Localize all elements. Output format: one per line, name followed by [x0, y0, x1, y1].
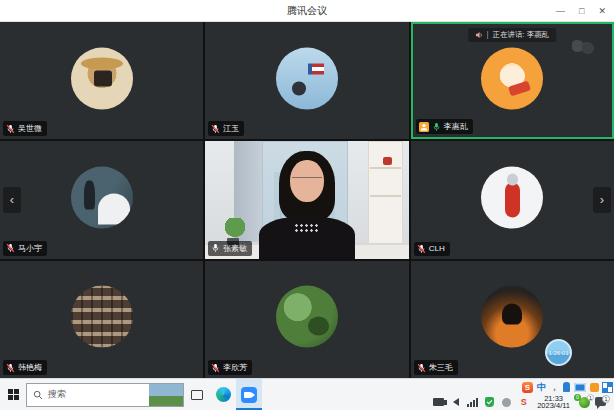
- pill-divider: [487, 31, 488, 39]
- security-shield-tray-icon[interactable]: [483, 397, 496, 408]
- participant-name: 张素敏: [223, 243, 247, 254]
- ime-menu-icon[interactable]: [603, 383, 612, 392]
- table-shape: [98, 194, 130, 225]
- participant-nametag: 李欣芳: [208, 360, 252, 375]
- participant-name: 李欣芳: [223, 362, 247, 373]
- plant: [222, 218, 248, 240]
- search-placeholder: 搜索: [48, 388, 149, 401]
- volume-tray-icon[interactable]: [449, 397, 462, 408]
- participant-tile-active-speaker[interactable]: 正在讲话: 李惠乱 李惠乱: [411, 22, 614, 139]
- unknown-tray-icon[interactable]: [500, 397, 513, 408]
- mic-muted-icon: [6, 363, 15, 373]
- speaking-indicator-text: 正在讲话: 李惠乱: [492, 30, 549, 40]
- window-titlebar: 腾讯会议 — □ ✕: [0, 0, 614, 22]
- ime-toolbar: S 中 ，: [432, 380, 612, 394]
- participant-nametag: 江玉: [208, 121, 244, 136]
- avatar: [276, 47, 338, 109]
- red-toy-horse: [383, 157, 392, 165]
- windows-logo-icon: [8, 389, 19, 400]
- window-title: 腾讯会议: [0, 4, 614, 18]
- avatar: [481, 286, 543, 348]
- minimize-button[interactable]: —: [556, 0, 565, 22]
- participant-name: 吴世微: [18, 123, 42, 134]
- next-page-button[interactable]: ›: [593, 187, 611, 213]
- chat-unread-badge: 1: [602, 395, 610, 403]
- start-button[interactable]: [0, 379, 26, 410]
- participant-tile[interactable]: 1:26:01 朱三毛: [411, 261, 614, 378]
- participant-tile[interactable]: 李欣芳: [205, 261, 408, 378]
- avatar: [71, 167, 133, 229]
- mic-on-icon: [211, 243, 220, 253]
- participant-nametag: 韩艳梅: [3, 360, 47, 375]
- mic-muted-icon: [6, 243, 15, 253]
- tencent-meeting-window: 腾讯会议 — □ ✕ 吴世微 江玉: [0, 0, 614, 410]
- 360-security-tray-icon[interactable]: 0 1: [577, 396, 591, 409]
- clap-reaction-icon: [572, 40, 598, 54]
- avatar: [71, 286, 133, 348]
- clock-date: 2023/4/11: [537, 402, 570, 410]
- mic-muted-icon: [211, 124, 220, 134]
- sogou-logo-icon[interactable]: S: [522, 382, 533, 393]
- search-daily-image[interactable]: [149, 384, 183, 406]
- participant-name: 李惠乱: [444, 121, 468, 132]
- ime-punctuation-toggle[interactable]: ，: [550, 381, 559, 394]
- taskbar-clock[interactable]: 21:33 2023/4/11: [537, 395, 570, 410]
- glasses: [292, 177, 322, 185]
- participant-tile[interactable]: 江玉: [205, 22, 408, 139]
- taskbar-search[interactable]: 搜索: [26, 383, 184, 407]
- mic-active-icon: [432, 122, 441, 132]
- avatar: [71, 47, 133, 109]
- speaking-indicator: 正在讲话: 李惠乱: [468, 28, 556, 42]
- mic-muted-icon: [211, 363, 220, 373]
- prev-page-button[interactable]: ‹: [3, 187, 21, 213]
- 360-white-badge: 1: [587, 394, 594, 401]
- avatar: [276, 286, 338, 348]
- task-view-button[interactable]: [184, 379, 210, 410]
- participant-nametag: 张素敏: [208, 241, 252, 256]
- ultraman-head: [507, 174, 518, 185]
- network-tray-icon[interactable]: [466, 397, 479, 408]
- mic-muted-icon: [417, 363, 426, 373]
- ball-shape: [292, 82, 306, 96]
- taskbar-left: 搜索: [0, 379, 262, 410]
- participant-nametag: 朱三毛: [414, 360, 458, 375]
- edge-browser-button[interactable]: [210, 379, 236, 410]
- ime-keyboard-icon[interactable]: [574, 383, 586, 392]
- notification-tray-icon[interactable]: 1: [595, 396, 610, 409]
- figure-shape: [84, 180, 95, 210]
- participant-name: 江玉: [223, 123, 239, 134]
- foliage-shadow: [308, 317, 329, 336]
- participant-name: 马小宇: [18, 243, 42, 254]
- video-grid: 吴世微 江玉 正在讲话: 李惠乱 李惠乱: [0, 22, 614, 378]
- 360-green-badge: 0: [574, 394, 581, 401]
- participant-name: 韩艳梅: [18, 362, 42, 373]
- participant-tile-video[interactable]: 张素敏: [205, 141, 408, 258]
- participant-tile[interactable]: 吴世微: [0, 22, 203, 139]
- cat-silhouette: [502, 303, 522, 324]
- participant-tile[interactable]: CLH: [411, 141, 614, 258]
- tencent-meeting-taskbar-button[interactable]: [236, 379, 262, 410]
- tray-icons-row: S 21:33 2023/4/11 0 1 1: [432, 395, 612, 409]
- participant-nametag: 吴世微: [3, 121, 47, 136]
- close-button[interactable]: ✕: [598, 0, 606, 22]
- meeting-camera-icon: [241, 387, 257, 403]
- necklace: [294, 223, 320, 233]
- ime-voice-icon[interactable]: [563, 382, 570, 392]
- participant-name: 朱三毛: [429, 362, 453, 373]
- edge-icon: [216, 387, 231, 402]
- mic-muted-icon: [6, 124, 15, 134]
- straw-hat: [81, 57, 123, 69]
- avatar: [481, 47, 543, 109]
- search-icon: [33, 390, 43, 400]
- meeting-timer-badge[interactable]: 1:26:01: [545, 339, 572, 366]
- ultraman-body: [505, 183, 520, 218]
- ime-toolbox-icon[interactable]: [590, 383, 599, 392]
- sogou-tray-icon[interactable]: S: [517, 397, 530, 408]
- task-view-icon: [191, 390, 203, 400]
- participant-nametag: 李惠乱: [416, 119, 473, 134]
- participant-tile[interactable]: 马小宇: [0, 141, 203, 258]
- participant-tile[interactable]: 韩艳梅: [0, 261, 203, 378]
- ime-language-toggle[interactable]: 中: [537, 381, 546, 394]
- speaker-icon: [475, 31, 483, 39]
- maximize-button[interactable]: □: [579, 0, 584, 22]
